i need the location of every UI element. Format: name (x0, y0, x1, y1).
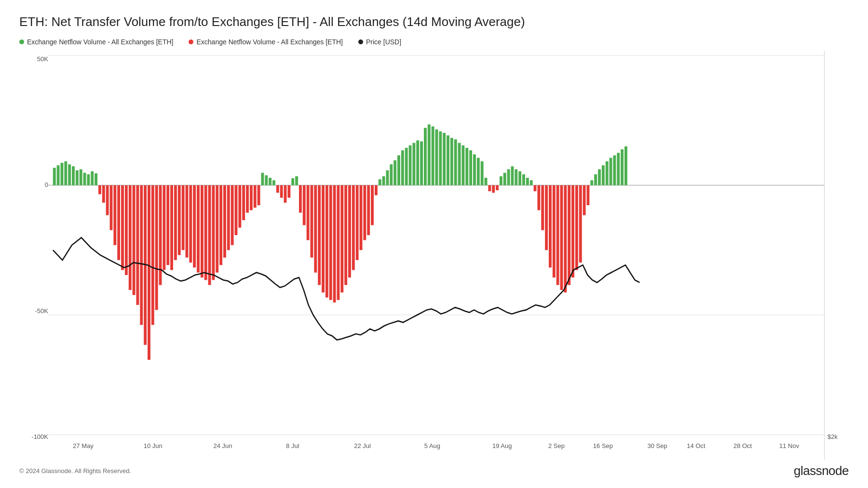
y-label-50k: 50K (37, 55, 48, 63)
svg-rect-127 (515, 169, 517, 185)
svg-rect-39 (182, 185, 185, 251)
svg-rect-83 (348, 185, 351, 278)
legend-item-red: Exchange Netflow Volume - All Exchanges … (189, 38, 342, 46)
svg-rect-71 (303, 185, 306, 225)
svg-rect-65 (280, 185, 283, 198)
svg-rect-59 (258, 185, 260, 205)
x-label-30sep: 30 Sep (647, 442, 667, 449)
chart-svg (48, 51, 824, 460)
svg-rect-15 (91, 171, 94, 185)
svg-rect-130 (526, 178, 529, 185)
svg-rect-44 (201, 185, 203, 278)
svg-rect-125 (507, 169, 510, 185)
legend-item-green: Exchange Netflow Volume - All Exchanges … (19, 38, 173, 46)
y-axis-right: $2k (825, 51, 849, 460)
svg-rect-147 (590, 180, 593, 185)
svg-rect-100 (412, 143, 415, 185)
svg-rect-66 (284, 185, 287, 203)
svg-rect-89 (371, 185, 374, 225)
svg-rect-107 (439, 132, 442, 185)
svg-rect-73 (311, 185, 313, 258)
svg-rect-140 (564, 185, 567, 293)
svg-rect-110 (450, 138, 453, 185)
legend-label-green: Exchange Netflow Volume - All Exchanges … (27, 38, 173, 46)
svg-rect-95 (393, 160, 396, 185)
svg-rect-142 (571, 185, 574, 278)
svg-rect-149 (598, 169, 601, 185)
svg-rect-106 (435, 130, 438, 185)
svg-rect-6 (57, 165, 60, 185)
svg-rect-58 (254, 185, 257, 208)
svg-rect-68 (291, 178, 294, 185)
svg-rect-22 (117, 185, 120, 260)
svg-rect-101 (416, 140, 419, 185)
svg-rect-135 (545, 185, 548, 251)
svg-rect-47 (212, 185, 215, 280)
svg-rect-129 (522, 174, 525, 185)
svg-rect-41 (189, 185, 192, 263)
svg-rect-124 (503, 173, 506, 185)
chart-container: ETH: Net Transfer Volume from/to Exchang… (0, 0, 868, 488)
svg-rect-40 (186, 185, 189, 258)
svg-rect-18 (102, 185, 105, 203)
svg-rect-151 (606, 161, 609, 185)
svg-rect-91 (379, 179, 381, 185)
svg-rect-81 (340, 185, 343, 293)
svg-rect-35 (166, 185, 169, 265)
y-label-0: 0 (45, 181, 48, 188)
svg-rect-103 (424, 128, 427, 185)
svg-rect-104 (428, 124, 431, 185)
y-axis-left: 50K 0 -50K -100K (19, 51, 48, 460)
svg-rect-150 (602, 165, 605, 185)
svg-rect-136 (549, 185, 552, 268)
svg-rect-10 (72, 166, 75, 185)
legend-label-price: Price [USD] (366, 38, 401, 46)
copyright: © 2024 Glassnode. All Rights Reserved. (19, 467, 131, 475)
svg-rect-126 (511, 166, 514, 185)
x-label-5aug: 5 Aug (424, 442, 440, 449)
svg-rect-11 (76, 170, 79, 185)
legend-dot-red (189, 40, 193, 44)
svg-rect-16 (95, 173, 97, 185)
svg-rect-120 (488, 185, 491, 191)
svg-rect-128 (518, 171, 521, 185)
svg-rect-79 (333, 185, 336, 303)
svg-rect-118 (481, 161, 484, 185)
svg-rect-51 (227, 185, 230, 251)
svg-rect-133 (537, 185, 540, 211)
svg-rect-64 (276, 185, 279, 193)
svg-rect-17 (98, 185, 101, 195)
svg-rect-61 (265, 175, 268, 185)
svg-rect-87 (363, 185, 366, 240)
svg-rect-121 (492, 185, 495, 193)
svg-rect-146 (586, 185, 589, 205)
legend-label-red: Exchange Netflow Volume - All Exchanges … (196, 38, 342, 46)
svg-rect-62 (269, 178, 271, 185)
x-label-19aug: 19 Aug (492, 442, 512, 449)
svg-rect-42 (193, 185, 196, 268)
svg-rect-155 (621, 149, 624, 185)
svg-rect-32 (155, 185, 158, 310)
legend-item-price: Price [USD] (358, 38, 401, 46)
chart-legend: Exchange Netflow Volume - All Exchanges … (19, 38, 849, 46)
svg-rect-94 (390, 164, 393, 185)
svg-rect-139 (560, 185, 563, 290)
svg-rect-54 (238, 185, 241, 228)
svg-rect-77 (326, 185, 328, 298)
svg-rect-98 (405, 148, 408, 185)
svg-rect-24 (125, 185, 128, 275)
svg-rect-88 (367, 185, 370, 236)
svg-rect-144 (579, 185, 582, 263)
x-label-10jun: 10 Jun (144, 442, 163, 449)
svg-rect-9 (68, 164, 71, 185)
svg-rect-123 (500, 176, 502, 185)
svg-rect-45 (204, 185, 207, 280)
svg-rect-14 (87, 174, 90, 185)
svg-rect-143 (575, 185, 578, 270)
svg-rect-97 (401, 150, 404, 185)
svg-rect-37 (174, 185, 177, 260)
x-label-8jul: 8 Jul (286, 442, 299, 449)
svg-rect-60 (261, 173, 264, 185)
svg-rect-131 (530, 180, 533, 185)
svg-rect-78 (329, 185, 332, 300)
